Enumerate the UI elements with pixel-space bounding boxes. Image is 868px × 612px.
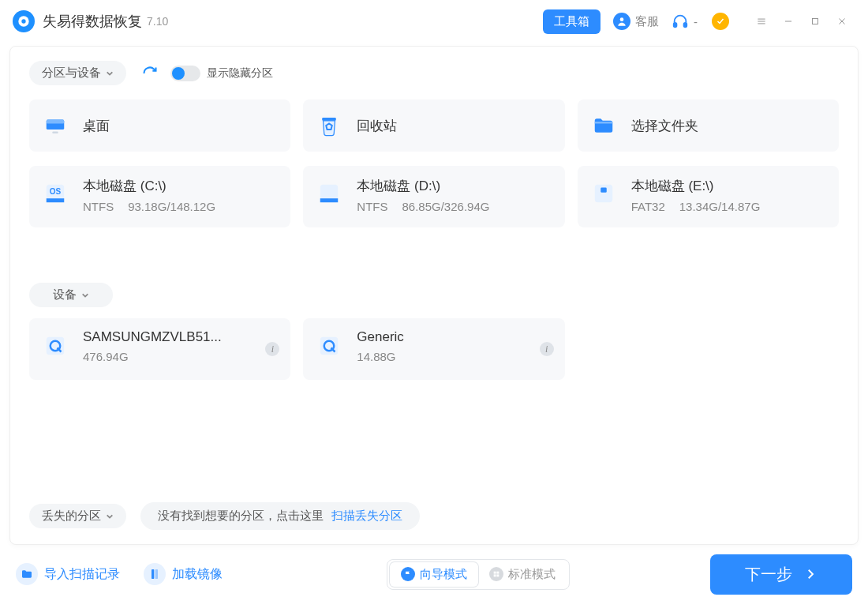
maximize-button[interactable]	[802, 9, 829, 34]
svg-rect-19	[320, 198, 339, 202]
partitions-section-header: 分区与设备 显示隐藏分区	[29, 61, 839, 85]
svg-rect-24	[320, 337, 339, 355]
drive-c[interactable]: OS 本地磁盘 (C:\) NTFS93.18G/148.12G	[29, 166, 290, 227]
close-button[interactable]	[829, 9, 855, 34]
drive-d-title: 本地磁盘 (D:\)	[357, 177, 489, 195]
lost-partitions-hint: 没有找到想要的分区，点击这里 扫描丢失分区	[140, 502, 420, 530]
lost-partitions-dropdown[interactable]: 丢失的分区	[29, 504, 126, 528]
recycle-bin-icon	[316, 112, 342, 139]
drive-e-title: 本地磁盘 (E:\)	[631, 177, 761, 195]
device-1-title: Generic	[357, 329, 404, 345]
device-0[interactable]: SAMSUNGMZVLB51... 476.94G i	[29, 318, 290, 380]
load-image-label: 加载镜像	[172, 566, 223, 583]
next-button-label: 下一步	[745, 564, 792, 585]
devices-section-header: 设备	[29, 283, 839, 307]
headset-icon	[672, 13, 689, 30]
svg-rect-21	[600, 188, 607, 193]
drive-d[interactable]: 本地磁盘 (D:\) NTFS86.85G/326.94G	[303, 166, 564, 227]
import-scan-records-button[interactable]: 导入扫描记录	[16, 563, 120, 585]
lost-partitions-label: 丢失的分区	[42, 509, 101, 524]
window-controls	[748, 9, 855, 34]
device-icon	[42, 332, 69, 359]
show-hidden-label: 显示隐藏分区	[207, 66, 273, 81]
svg-rect-3	[684, 23, 687, 28]
drive-d-fs: NTFS	[357, 200, 387, 213]
check-badge-icon	[712, 13, 729, 30]
svg-rect-2	[674, 23, 677, 28]
show-hidden-toggle[interactable]	[170, 66, 200, 81]
mode-wizard-button[interactable]: 向导模式	[390, 562, 478, 587]
menu-button[interactable]	[748, 9, 775, 34]
device-1[interactable]: Generic 14.88G i	[303, 318, 564, 380]
chevron-down-icon	[106, 69, 114, 77]
show-hidden-toggle-group: 显示隐藏分区	[170, 66, 273, 81]
grid-icon	[489, 567, 503, 581]
device-0-title: SAMSUNGMZVLB51...	[83, 329, 222, 345]
target-folder-label: 选择文件夹	[631, 117, 698, 135]
target-desktop-label: 桌面	[83, 117, 110, 135]
desktop-icon	[42, 112, 69, 139]
mode-wizard-label: 向导模式	[420, 567, 467, 582]
svg-rect-26	[152, 569, 154, 579]
chevron-down-icon	[81, 291, 89, 299]
drive-e[interactable]: 本地磁盘 (E:\) FAT3213.34G/14.87G	[578, 166, 839, 227]
drive-c-size: 93.18G/148.12G	[128, 200, 215, 213]
target-select-folder[interactable]: 选择文件夹	[578, 99, 839, 152]
titlebar: 失易得数据恢复 7.10 工具箱 客服 -	[0, 0, 868, 43]
info-icon[interactable]: i	[265, 342, 279, 356]
load-image-button[interactable]: 加载镜像	[144, 563, 223, 585]
svg-rect-29	[496, 572, 499, 574]
svg-text:OS: OS	[50, 187, 62, 196]
app-version: 7.10	[147, 15, 168, 28]
toolbox-label: 工具箱	[554, 14, 589, 29]
support-button[interactable]: 客服	[613, 13, 659, 30]
svg-point-1	[620, 17, 624, 21]
device-0-size: 476.94G	[83, 350, 222, 363]
svg-rect-20	[594, 185, 612, 203]
toolbox-button[interactable]: 工具箱	[543, 9, 600, 34]
target-desktop[interactable]: 桌面	[29, 99, 290, 152]
drives-grid: OS 本地磁盘 (C:\) NTFS93.18G/148.12G 本地磁盘 (D…	[29, 166, 839, 227]
quick-targets-grid: 桌面 回收站 选择文件夹	[29, 99, 839, 152]
drive-c-fs: NTFS	[83, 200, 114, 213]
devices-dropdown-label: 设备	[53, 287, 77, 302]
svg-rect-17	[47, 198, 65, 202]
folder-import-icon	[16, 563, 38, 585]
svg-rect-12	[47, 120, 65, 124]
svg-rect-28	[494, 572, 496, 574]
chevron-down-icon	[106, 513, 114, 520]
app-logo	[13, 10, 35, 32]
svg-rect-22	[47, 337, 65, 355]
partitions-dropdown-label: 分区与设备	[42, 66, 101, 81]
info-icon[interactable]: i	[540, 342, 554, 356]
import-scan-label: 导入扫描记录	[44, 566, 120, 583]
refresh-button[interactable]	[142, 66, 158, 81]
main-panel: 分区与设备 显示隐藏分区 桌面 回收站 选择文件夹	[9, 46, 859, 545]
image-file-icon	[144, 563, 166, 585]
mode-standard-label: 标准模式	[508, 567, 556, 582]
partitions-dropdown[interactable]: 分区与设备	[29, 61, 126, 85]
devices-dropdown[interactable]: 设备	[29, 283, 113, 307]
disk-icon	[316, 180, 342, 207]
minimize-button[interactable]	[775, 9, 802, 34]
device-1-size: 14.88G	[357, 350, 404, 363]
drive-d-size: 86.85G/326.94G	[402, 200, 490, 213]
target-recycle-bin[interactable]: 回收站	[303, 99, 564, 152]
svg-rect-13	[52, 132, 58, 134]
support-label: 客服	[635, 14, 659, 29]
disk-os-icon: OS	[42, 180, 69, 207]
disk-chip-icon	[590, 180, 617, 207]
headset-button[interactable]: -	[672, 13, 698, 30]
drive-c-title: 本地磁盘 (C:\)	[83, 177, 215, 195]
svg-rect-31	[496, 574, 499, 576]
mode-switch: 向导模式 标准模式	[387, 559, 570, 590]
device-icon	[316, 332, 342, 359]
svg-rect-8	[813, 19, 818, 24]
mode-standard-button[interactable]: 标准模式	[478, 562, 567, 587]
activation-button[interactable]	[712, 13, 734, 30]
drive-e-fs: FAT32	[631, 200, 665, 213]
next-button[interactable]: 下一步	[710, 554, 852, 595]
svg-rect-30	[494, 574, 496, 576]
target-recycle-label: 回收站	[357, 117, 397, 135]
scan-lost-partitions-link[interactable]: 扫描丢失分区	[331, 509, 402, 522]
